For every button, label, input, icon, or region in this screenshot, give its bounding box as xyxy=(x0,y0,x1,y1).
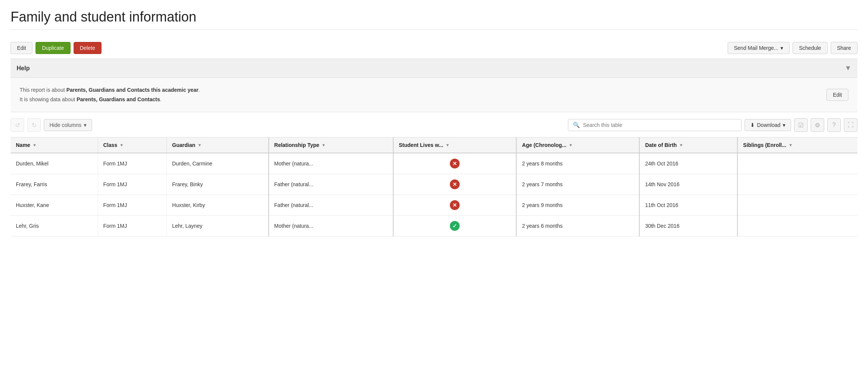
cell-siblings xyxy=(737,195,857,216)
guardian-sort-icon: ▼ xyxy=(197,143,202,147)
class-sort-icon: ▼ xyxy=(120,143,124,147)
help-section[interactable]: Help ▼ xyxy=(11,59,857,78)
cell-relationship-type: Mother (natura... xyxy=(269,153,393,174)
lives-with-no-icon: ✕ xyxy=(450,159,460,168)
help-title: Help xyxy=(17,65,30,72)
fullscreen-button[interactable]: ⛶ xyxy=(844,118,857,132)
cell-guardian: Huxster, Kirby xyxy=(167,195,269,216)
share-button[interactable]: Share xyxy=(831,42,857,54)
cell-age: 2 years 9 months xyxy=(516,195,639,216)
main-toolbar: Edit Duplicate Delete Send Mail Merge...… xyxy=(11,37,857,59)
send-mail-merge-label: Send Mail Merge... xyxy=(734,45,779,51)
cell-class: Form 1MJ xyxy=(98,153,167,174)
download-button[interactable]: ⬇ Download ▾ xyxy=(745,119,791,131)
table-toolbar-right: 🔍 ⬇ Download ▾ ☑ ⚙ ? ⛶ xyxy=(568,118,857,132)
toolbar-right: Send Mail Merge... ▾ Schedule Share xyxy=(728,42,857,54)
col-header-name[interactable]: Name ▼ xyxy=(11,137,98,153)
help-chevron-icon: ▼ xyxy=(845,64,851,72)
data-table-container: Name ▼ Class ▼ Guardian xyxy=(11,137,857,236)
lives-with-no-icon: ✕ xyxy=(450,200,460,210)
cell-age: 2 years 8 months xyxy=(516,153,639,174)
help-icon-button[interactable]: ? xyxy=(827,118,841,132)
edit-button[interactable]: Edit xyxy=(11,42,32,54)
data-table: Name ▼ Class ▼ Guardian xyxy=(11,137,857,236)
undo-button[interactable]: ↺ xyxy=(11,118,24,132)
cell-student-lives-with: ✓ xyxy=(393,216,517,236)
report-info-edit-button[interactable]: Edit xyxy=(826,89,848,101)
table-header-row: Name ▼ Class ▼ Guardian xyxy=(11,137,857,153)
cell-siblings xyxy=(737,174,857,195)
cell-date-of-birth: 24th Oct 2016 xyxy=(639,153,737,174)
cell-class: Form 1MJ xyxy=(98,174,167,195)
redo-icon: ↻ xyxy=(32,122,37,129)
lives-with-no-icon: ✕ xyxy=(450,179,460,189)
siblings-sort-icon: ▼ xyxy=(788,143,793,147)
cell-guardian: Durden, Carmine xyxy=(167,153,269,174)
delete-button[interactable]: Delete xyxy=(74,42,102,54)
send-mail-merge-button[interactable]: Send Mail Merge... ▾ xyxy=(728,42,790,54)
cell-relationship-type: Father (natural... xyxy=(269,195,393,216)
cell-name: Durden, Mikel xyxy=(11,153,98,174)
cell-relationship-type: Father (natural... xyxy=(269,174,393,195)
redo-button[interactable]: ↻ xyxy=(27,118,41,132)
hide-columns-label: Hide columns xyxy=(49,122,82,128)
col-header-class[interactable]: Class ▼ xyxy=(98,137,167,153)
report-info-section: This report is about Parents, Guardians … xyxy=(11,78,857,112)
cell-date-of-birth: 30th Dec 2016 xyxy=(639,216,737,236)
table-row: Huxster, Kane Form 1MJ Huxster, Kirby Fa… xyxy=(11,195,857,216)
cell-guardian: Lehr, Layney xyxy=(167,216,269,236)
cell-student-lives-with: ✕ xyxy=(393,174,517,195)
duplicate-button[interactable]: Duplicate xyxy=(35,42,70,54)
col-header-guardian[interactable]: Guardian ▼ xyxy=(167,137,269,153)
cell-relationship-type: Mother (natura... xyxy=(269,216,393,236)
cell-age: 2 years 7 months xyxy=(516,174,639,195)
age-sort-icon: ▼ xyxy=(569,143,573,147)
col-header-age[interactable]: Age (Chronolog... ▼ xyxy=(516,137,639,153)
cell-guardian: Frarey, Binky xyxy=(167,174,269,195)
table-toolbar: ↺ ↻ Hide columns ▾ 🔍 ⬇ Download xyxy=(11,118,857,137)
relationship-sort-icon: ▼ xyxy=(322,143,326,147)
download-icon: ⬇ xyxy=(750,122,755,128)
cell-name: Lehr, Gris xyxy=(11,216,98,236)
cell-student-lives-with: ✕ xyxy=(393,153,517,174)
search-input[interactable] xyxy=(583,122,737,128)
cell-class: Form 1MJ xyxy=(98,195,167,216)
table-row: Lehr, Gris Form 1MJ Lehr, Layney Mother … xyxy=(11,216,857,236)
col-header-siblings[interactable]: Siblings (Enroll... ▼ xyxy=(737,137,857,153)
cell-siblings xyxy=(737,153,857,174)
cell-age: 2 years 6 months xyxy=(516,216,639,236)
search-icon: 🔍 xyxy=(573,122,580,128)
page-title: Family and student information xyxy=(11,9,857,30)
cell-name: Huxster, Kane xyxy=(11,195,98,216)
search-wrapper: 🔍 xyxy=(568,119,742,131)
table-row: Frarey, Farris Form 1MJ Frarey, Binky Fa… xyxy=(11,174,857,195)
fullscreen-icon: ⛶ xyxy=(848,122,854,128)
table-toolbar-left: ↺ ↻ Hide columns ▾ xyxy=(11,118,92,132)
lives-with-sort-icon: ▼ xyxy=(445,143,449,147)
download-label: Download xyxy=(757,122,780,128)
cell-student-lives-with: ✕ xyxy=(393,195,517,216)
gear-icon: ⚙ xyxy=(815,122,820,129)
settings-button[interactable]: ⚙ xyxy=(811,118,824,132)
table-row: Durden, Mikel Form 1MJ Durden, Carmine M… xyxy=(11,153,857,174)
hide-columns-chevron-icon: ▾ xyxy=(84,122,86,128)
lives-with-yes-icon: ✓ xyxy=(450,221,460,231)
cell-siblings xyxy=(737,216,857,236)
toolbar-left: Edit Duplicate Delete xyxy=(11,42,102,54)
col-header-student-lives-with[interactable]: Student Lives w... ▼ xyxy=(393,137,517,153)
question-mark-icon: ? xyxy=(833,122,836,128)
checkbox-all-button[interactable]: ☑ xyxy=(794,118,808,132)
schedule-button[interactable]: Schedule xyxy=(793,42,827,54)
table-section: ↺ ↻ Hide columns ▾ 🔍 ⬇ Download xyxy=(11,112,857,236)
col-header-relationship-type[interactable]: Relationship Type ▼ xyxy=(269,137,393,153)
checkbox-icon: ☑ xyxy=(798,122,803,129)
mail-merge-chevron-icon: ▾ xyxy=(780,45,783,51)
report-info-line1: This report is about Parents, Guardians … xyxy=(20,85,200,95)
download-chevron-icon: ▾ xyxy=(783,122,785,128)
cell-date-of-birth: 14th Nov 2016 xyxy=(639,174,737,195)
hide-columns-button[interactable]: Hide columns ▾ xyxy=(44,119,92,131)
report-info-text: This report is about Parents, Guardians … xyxy=(20,85,200,104)
cell-class: Form 1MJ xyxy=(98,216,167,236)
undo-icon: ↺ xyxy=(15,122,20,129)
col-header-date-of-birth[interactable]: Date of Birth ▼ xyxy=(639,137,737,153)
